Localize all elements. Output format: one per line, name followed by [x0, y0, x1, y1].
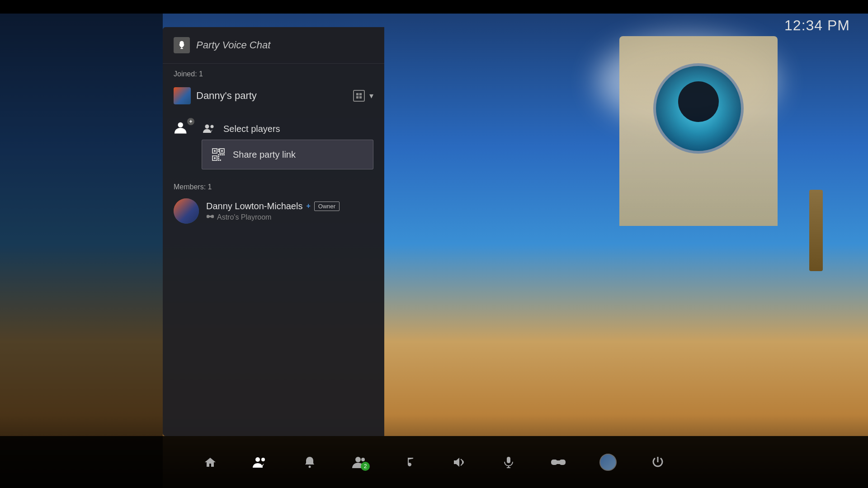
svg-point-5 — [205, 125, 209, 129]
nav-party[interactable]: 2 — [348, 455, 371, 469]
svg-rect-2 — [356, 96, 359, 99]
svg-rect-40 — [557, 460, 560, 464]
svg-point-29 — [212, 216, 213, 217]
share-party-link-label: Share party link — [233, 150, 296, 160]
party-panel: Party Voice Chat Joined: 1 Danny's party… — [163, 27, 384, 436]
svg-rect-0 — [356, 93, 359, 95]
building-decoration — [619, 36, 778, 226]
settings-square-icon[interactable] — [353, 90, 365, 102]
svg-rect-3 — [359, 96, 362, 99]
members-section: Members: 1 Danny Lowton-Michaels + Owner — [163, 174, 384, 228]
nav-power[interactable] — [646, 456, 669, 469]
members-label: Members: 1 — [174, 183, 373, 191]
nav-avatar[interactable] — [597, 454, 619, 471]
svg-rect-21 — [218, 160, 219, 161]
svg-rect-8 — [214, 150, 216, 152]
svg-point-4 — [178, 122, 183, 127]
joined-label: Joined: 1 — [163, 64, 384, 83]
party-avatar — [174, 87, 191, 104]
palm-tree — [809, 190, 823, 271]
action-dropdown: Select players — [202, 118, 373, 169]
svg-rect-20 — [218, 158, 219, 159]
svg-rect-16 — [222, 154, 223, 155]
nav-home[interactable] — [199, 456, 222, 469]
member-info: Danny Lowton-Michaels + Owner — [206, 201, 373, 221]
nav-friends[interactable] — [249, 456, 271, 469]
voice-chat-icon — [174, 37, 190, 53]
add-player-icon-wrapper: + — [174, 118, 194, 139]
member-item: Danny Lowton-Michaels + Owner — [174, 198, 373, 224]
svg-rect-14 — [218, 150, 219, 152]
share-party-link-button[interactable]: Share party link — [202, 140, 373, 169]
svg-rect-22 — [220, 160, 221, 161]
member-avatar — [174, 198, 199, 224]
svg-rect-12 — [214, 157, 216, 159]
svg-rect-42 — [552, 462, 555, 463]
top-bar — [0, 0, 868, 14]
party-name: Danny's party — [196, 90, 348, 102]
svg-point-6 — [211, 125, 214, 128]
svg-rect-15 — [220, 154, 221, 155]
chevron-down-icon[interactable]: ▾ — [369, 91, 373, 101]
owner-badge: Owner — [314, 202, 340, 211]
bottom-nav: 2 — [0, 436, 868, 488]
left-overlay — [0, 0, 163, 488]
svg-rect-1 — [359, 93, 362, 95]
svg-point-31 — [261, 458, 265, 461]
svg-point-43 — [561, 460, 563, 462]
member-game: Astro's Playroom — [206, 213, 373, 221]
action-area: + Select players — [163, 109, 384, 174]
party-row: Danny's party ▾ — [163, 83, 384, 109]
svg-rect-17 — [223, 154, 225, 155]
add-player-section: + Select players — [174, 118, 373, 169]
nav-mic[interactable] — [497, 456, 520, 469]
qr-code-icon — [211, 147, 226, 162]
svg-point-28 — [212, 216, 213, 216]
svg-rect-13 — [218, 149, 219, 150]
svg-rect-25 — [209, 216, 211, 217]
svg-point-33 — [355, 457, 361, 462]
nav-controller[interactable] — [547, 457, 570, 468]
select-players-button[interactable]: Select players — [202, 118, 373, 140]
select-players-icon — [202, 122, 216, 136]
member-name-row: Danny Lowton-Michaels + Owner — [206, 201, 373, 211]
svg-rect-35 — [507, 457, 510, 463]
nav-sound[interactable] — [448, 456, 470, 469]
panel-header: Party Voice Chat — [163, 27, 384, 64]
ps-plus-icon: + — [306, 202, 310, 210]
svg-point-32 — [309, 465, 311, 468]
nav-notifications[interactable] — [298, 456, 321, 469]
svg-rect-27 — [207, 216, 209, 217]
clock: 12:34 PM — [784, 17, 850, 34]
svg-rect-24 — [211, 215, 214, 218]
party-icons: ▾ — [353, 90, 373, 102]
member-game-name: Astro's Playroom — [217, 213, 271, 221]
svg-rect-39 — [559, 460, 566, 465]
svg-rect-18 — [218, 154, 219, 155]
party-badge: 2 — [361, 462, 370, 471]
svg-rect-10 — [221, 150, 223, 152]
svg-point-34 — [361, 458, 365, 461]
game-controller-icon — [206, 213, 214, 221]
nav-music[interactable] — [398, 456, 420, 469]
panel-title: Party Voice Chat — [196, 39, 270, 51]
svg-point-30 — [255, 457, 260, 462]
svg-rect-19 — [218, 156, 219, 157]
member-name: Danny Lowton-Michaels — [206, 201, 302, 211]
svg-point-44 — [563, 462, 564, 463]
select-players-label: Select players — [223, 124, 280, 134]
